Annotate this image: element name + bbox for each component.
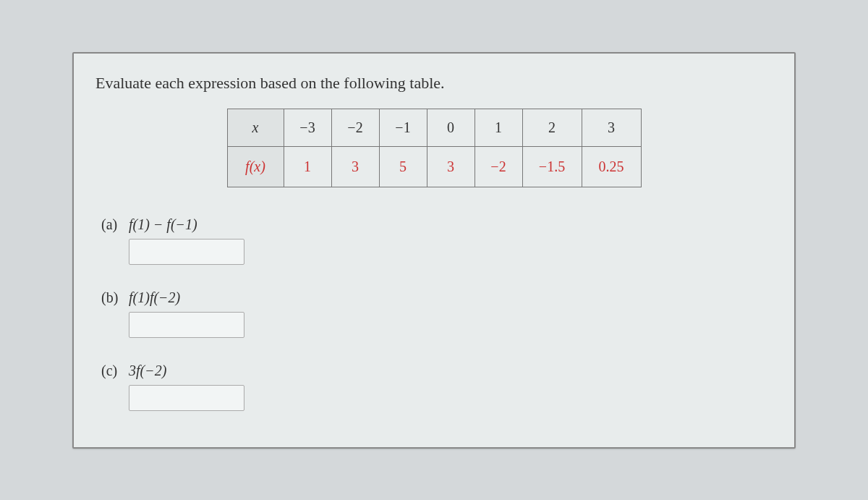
x-value: −1 [379, 109, 427, 146]
fx-value: 3 [331, 146, 379, 187]
x-value: 2 [522, 109, 582, 146]
fx-header: f(x) [227, 146, 284, 187]
x-value: −2 [331, 109, 379, 146]
answer-input-c[interactable] [129, 385, 244, 411]
fx-value: 1 [284, 146, 331, 187]
question-c: (c) 3f(−2) [101, 363, 773, 379]
function-table: x −3 −2 −1 0 1 2 3 f(x) 1 3 5 3 −2 −1.5 … [227, 109, 642, 187]
question-label: (a) [101, 216, 129, 233]
fx-value: −1.5 [522, 146, 582, 187]
x-header: x [227, 109, 284, 146]
fx-value: 3 [427, 146, 475, 187]
x-value: 0 [427, 109, 475, 146]
question-a: (a) f(1) − f(−1) [101, 216, 773, 233]
question-label: (b) [101, 289, 129, 306]
table-row: f(x) 1 3 5 3 −2 −1.5 0.25 [227, 146, 641, 187]
question-b: (b) f(1)f(−2) [101, 289, 773, 306]
problem-card: Evaluate each expression based on the fo… [72, 52, 796, 449]
instruction-text: Evaluate each expression based on the fo… [95, 74, 773, 93]
question-expression: f(1)f(−2) [129, 289, 180, 306]
answer-input-a[interactable] [129, 239, 244, 265]
x-value: −3 [284, 109, 331, 146]
fx-value: −2 [475, 146, 522, 187]
question-expression: f(1) − f(−1) [129, 216, 197, 233]
fx-value: 5 [379, 146, 427, 187]
fx-value: 0.25 [582, 146, 641, 187]
table-row: x −3 −2 −1 0 1 2 3 [227, 109, 641, 146]
question-label: (c) [101, 363, 129, 379]
questions-section: (a) f(1) − f(−1) (b) f(1)f(−2) (c) 3f(−2… [95, 216, 773, 418]
question-expression: 3f(−2) [129, 363, 166, 379]
answer-input-b[interactable] [129, 312, 244, 338]
x-value: 1 [475, 109, 522, 146]
x-value: 3 [582, 109, 641, 146]
table-container: x −3 −2 −1 0 1 2 3 f(x) 1 3 5 3 −2 −1.5 … [95, 109, 773, 187]
